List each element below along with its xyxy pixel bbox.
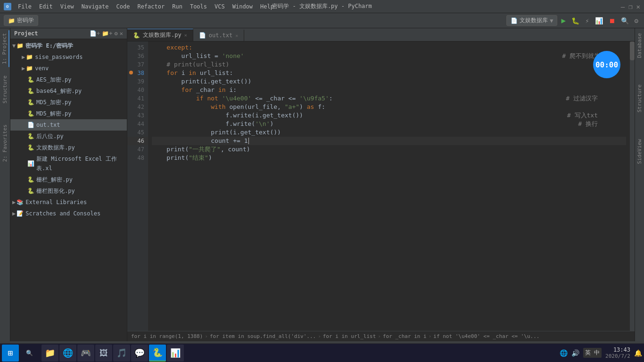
expand-icon: ▶	[22, 64, 25, 73]
tree-item-fence-dec[interactable]: 🐍 栅栏_解密.py	[10, 174, 127, 185]
tree-label: venv	[35, 64, 49, 73]
menu-window[interactable]: Window	[229, 2, 256, 11]
tree-item-ext-libs[interactable]: ▶ 📚 External Libraries	[10, 197, 127, 208]
project-panel-title: Project	[14, 30, 88, 37]
bc-item-2[interactable]: for item in soup.find_all('div'...	[210, 333, 316, 339]
folder-icon: 📁	[26, 64, 33, 73]
menu-tools[interactable]: Tools	[186, 2, 211, 11]
line-num: 46	[127, 137, 148, 145]
tree-item-base64[interactable]: 🐍 base64_解密.py	[10, 85, 127, 97]
taskbar-clock[interactable]: 13:43 2020/7/2	[605, 346, 630, 359]
menu-run[interactable]: Run	[168, 2, 186, 11]
menu-vcs[interactable]: VCS	[211, 2, 229, 11]
project-panel-header: Project 📄+ 📁+ ⚙ ✕	[10, 28, 127, 39]
menu-refactor[interactable]: Refactor	[133, 2, 168, 11]
new-folder-icon[interactable]: 📁+	[102, 30, 112, 37]
start-button[interactable]: ⊞	[2, 345, 19, 362]
tree-item-aes[interactable]: 🐍 AES_加密.py	[10, 74, 127, 85]
taskbar-network-icon[interactable]: 🌐	[560, 349, 568, 357]
tab-wenyudb[interactable]: 🐍 文娱数据库.py ✕	[127, 29, 193, 41]
timer-circle[interactable]: 00:00	[593, 51, 620, 78]
taskbar-item-pycharm[interactable]: 🐍	[149, 345, 166, 362]
tree-item-excel[interactable]: 📊 新建 Microsoft Excel 工作表.xl	[10, 153, 127, 174]
tab-close-icon[interactable]: ✕	[235, 33, 238, 38]
sidebar-favorites-tab[interactable]: 2: Favorites	[1, 122, 9, 165]
tab-label: 文娱数据库.py	[143, 31, 182, 39]
tree-label: 文娱数据库.py	[36, 143, 75, 152]
menu-code[interactable]: Code	[113, 2, 134, 11]
tree-item-wenyudb[interactable]: 🐍 文娱数据库.py	[10, 142, 127, 153]
tree-item-root[interactable]: ▼ 📁 密码学 E:/密码学	[10, 40, 127, 51]
minimize-button[interactable]: —	[621, 3, 625, 10]
run-config-dropdown-icon: ▼	[550, 17, 553, 24]
run-config-selector[interactable]: 📄 文娱数据库 ▼	[506, 15, 557, 26]
tree-item-sise[interactable]: ▶ 📁 sise_passwords	[10, 51, 127, 63]
taskbar-item-browser[interactable]: 🌐	[59, 345, 76, 362]
project-selector[interactable]: 📁 密码学	[4, 15, 38, 26]
code-line-41: if not '\u4e00' <= _char <= '\u9fa5': # …	[152, 94, 626, 103]
taskbar-notifications[interactable]: 🔔	[634, 349, 642, 357]
sideview-tab[interactable]: SideView	[636, 136, 644, 167]
txt-file-icon: 📄	[27, 120, 34, 130]
bc-item-3[interactable]: for i in url_list	[323, 333, 376, 339]
database-tab[interactable]: Database	[636, 30, 644, 61]
tree-item-md5dec[interactable]: 🐍 MD5_解密.py	[10, 108, 127, 119]
code-line-43: f.write(i.get_text()) # 写入txt	[152, 111, 626, 120]
tree-item-venv[interactable]: ▶ 📁 venv	[10, 63, 127, 74]
line-num: 39	[127, 77, 148, 86]
sidebar-project-tab[interactable]: 1: Project	[0, 30, 9, 67]
taskbar-ime[interactable]: 英 中	[583, 348, 602, 358]
taskbar-item-5[interactable]: 🎵	[113, 345, 130, 362]
coverage-button[interactable]: ⚡	[583, 16, 591, 25]
tab-out[interactable]: 📄 out.txt ✕	[193, 30, 245, 41]
bc-item-1[interactable]: for i in range(1, 1388)	[131, 333, 203, 339]
left-sidebar: 1: Project Structure 2: Favorites	[0, 28, 10, 341]
tree-label: MD5_加密.py	[36, 98, 72, 107]
vertical-scrollbar[interactable]	[630, 41, 635, 331]
tree-item-md5enc[interactable]: 🐍 MD5_加密.py	[10, 97, 127, 108]
taskbar-volume-icon[interactable]: 🔊	[571, 349, 579, 357]
menu-file[interactable]: File	[14, 2, 35, 11]
stop-button[interactable]: ⏹	[607, 16, 617, 25]
file-tree: ▼ 📁 密码学 E:/密码学 ▶ 📁 sise_passwords ▶ 📁 ve…	[10, 39, 127, 341]
taskbar-item-3[interactable]: 🎮	[77, 345, 94, 362]
close-button[interactable]: ✕	[636, 3, 640, 10]
tree-item-out[interactable]: 📄 out.txt	[10, 119, 127, 131]
maximize-button[interactable]: ❐	[628, 3, 632, 10]
tree-label: External Libraries	[25, 197, 87, 207]
code-line-42: with open(url_file, "a+") as f:	[152, 103, 626, 111]
taskbar-item-4[interactable]: 🖼	[95, 345, 112, 362]
structure-tab[interactable]: Structure	[636, 82, 644, 115]
search-button[interactable]: 🔍	[619, 16, 631, 25]
menu-view[interactable]: View	[57, 2, 78, 11]
tree-item-ba8[interactable]: 🐍 后八位.py	[10, 131, 127, 142]
close-panel-icon[interactable]: ✕	[120, 30, 123, 37]
expand-icon: ▶	[12, 209, 16, 218]
bc-item-4[interactable]: for _char in i	[383, 333, 427, 339]
tree-label: 新建 Microsoft Excel 工作表.xl	[36, 154, 125, 173]
run-button[interactable]: ▶	[559, 15, 568, 26]
debug-button[interactable]: 🐛	[570, 16, 581, 25]
new-file-icon[interactable]: 📄+	[90, 30, 100, 37]
code-content[interactable]: except: url_list = 'none' # 爬不到就为空 # pri…	[148, 41, 630, 331]
tree-label: MD5_解密.py	[36, 109, 72, 118]
excel-file-icon: 📊	[27, 159, 34, 168]
bc-item-5[interactable]: if not '\u4e00' <= _char <= '\u...	[433, 333, 539, 339]
tab-close-icon[interactable]: ✕	[184, 33, 187, 38]
taskbar-search[interactable]: 🔍	[21, 345, 38, 362]
tree-item-fence-graph[interactable]: 🐍 栅栏图形化.py	[10, 185, 127, 197]
taskbar-item-explorer[interactable]: 📁	[41, 345, 58, 362]
run-config-label: 文娱数据库	[520, 16, 548, 25]
taskbar-item-wechat[interactable]: 💬	[131, 345, 148, 362]
menu-navigate[interactable]: Navigate	[78, 2, 113, 11]
tree-item-scratches[interactable]: ▶ 📝 Scratches and Consoles	[10, 208, 127, 219]
code-editor: 35 36 37 38 39 40 41 42 43 44 45 46 47	[127, 41, 635, 331]
tree-label: 栅栏图形化.py	[36, 186, 75, 196]
gear-icon[interactable]: ⚙	[115, 30, 118, 37]
sidebar-structure-tab[interactable]: Structure	[1, 73, 9, 107]
tab-py-icon: 🐍	[133, 32, 140, 39]
settings-icon[interactable]: ⚙	[633, 16, 640, 25]
profile-button[interactable]: 📊	[593, 16, 605, 25]
menu-edit[interactable]: Edit	[35, 2, 57, 11]
taskbar-item-excel[interactable]: 📊	[167, 345, 184, 362]
